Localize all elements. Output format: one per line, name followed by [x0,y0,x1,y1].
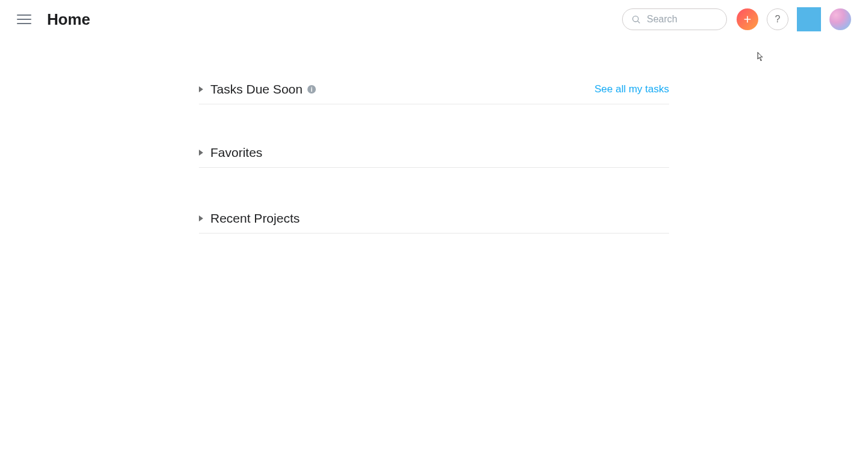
section-header: Tasks Due Soon i See all my tasks [199,82,669,97]
section-tasks-due-soon: Tasks Due Soon i See all my tasks [199,82,669,104]
section-title: Favorites [210,145,262,160]
search-input[interactable] [647,14,718,25]
section-recent-projects: Recent Projects [199,211,669,234]
section-title: Tasks Due Soon [210,82,303,97]
menu-icon[interactable] [17,12,31,27]
chevron-right-icon[interactable] [199,86,203,92]
user-avatar[interactable] [829,8,851,30]
section-header: Favorites [199,145,669,160]
main-content: Tasks Due Soon i See all my tasks Favori… [199,82,669,234]
cursor-icon [757,52,764,62]
page-title: Home [47,10,90,29]
question-mark-icon: ? [775,14,781,25]
search-box[interactable] [622,8,727,30]
section-header: Recent Projects [199,211,669,226]
chevron-right-icon[interactable] [199,150,203,156]
add-button[interactable] [737,8,758,30]
search-icon [631,14,641,24]
section-title: Recent Projects [210,211,300,226]
svg-point-0 [633,16,638,22]
topbar: Home ? [0,0,868,39]
svg-line-1 [638,21,640,23]
section-favorites: Favorites [199,145,669,168]
see-all-tasks-link[interactable]: See all my tasks [594,83,669,95]
plus-icon [743,14,752,24]
help-button[interactable]: ? [767,8,788,30]
chevron-right-icon[interactable] [199,215,203,221]
info-icon[interactable]: i [307,85,316,94]
workspace-avatar[interactable] [797,7,821,31]
